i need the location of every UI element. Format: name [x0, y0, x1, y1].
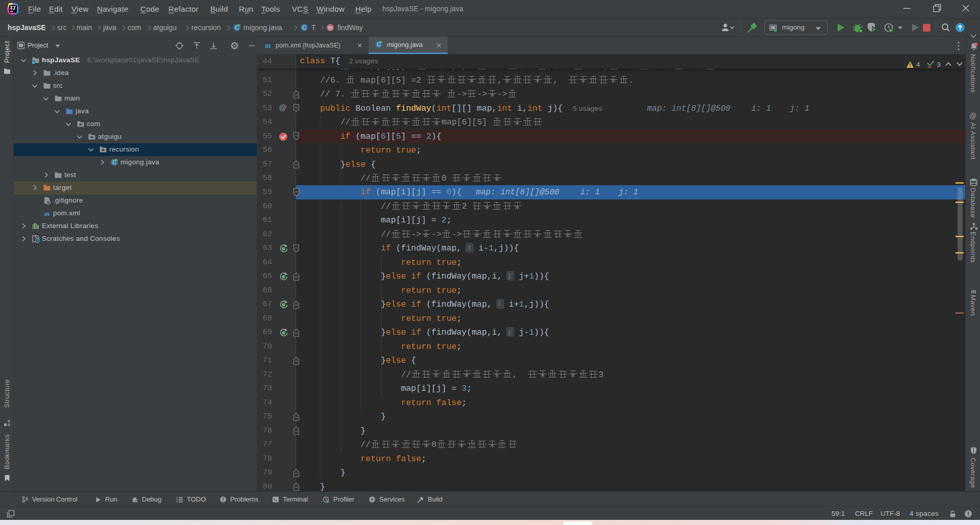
- svg-text:m: m: [44, 210, 50, 217]
- svg-text:C: C: [302, 24, 306, 31]
- svg-text:m: m: [265, 42, 271, 49]
- svg-text:m: m: [328, 24, 333, 31]
- svg-text:m: m: [971, 287, 976, 295]
